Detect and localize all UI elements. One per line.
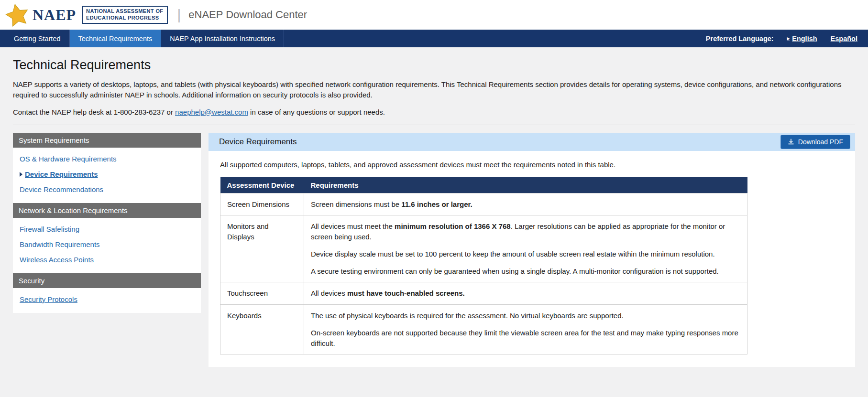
tab-getting-started[interactable]: Getting Started bbox=[5, 30, 70, 47]
sidebar-list: OS & Hardware Requirements Device Requir… bbox=[13, 148, 201, 203]
sidebar-item-os-hardware-requirements[interactable]: OS & Hardware Requirements bbox=[20, 155, 117, 163]
sidebar-section-security: Security Security Protocols bbox=[13, 273, 201, 313]
site-header: NAEP NATIONAL ASSESSMENT OF EDUCATIONAL … bbox=[0, 0, 868, 30]
table-intro-text: All supported computers, laptops, tablet… bbox=[220, 161, 844, 169]
sidebar-section-network-location: Network & Location Requirements Firewall… bbox=[13, 203, 201, 273]
list-item: Security Protocols bbox=[13, 292, 201, 307]
language-switcher: Preferred Language: ▸English Español bbox=[706, 30, 868, 47]
language-english-label: English bbox=[792, 35, 817, 43]
download-pdf-label: Download PDF bbox=[798, 138, 843, 146]
app-title: eNAEP Download Center bbox=[188, 9, 307, 21]
tab-technical-requirements[interactable]: Technical Requirements bbox=[70, 30, 162, 47]
list-item: Device Requirements bbox=[13, 167, 201, 182]
column-header-assessment-device: Assessment Device bbox=[220, 177, 304, 193]
contact-paragraph: Contact the NAEP help desk at 1-800-283-… bbox=[13, 108, 855, 116]
column-header-requirements: Requirements bbox=[304, 177, 747, 193]
table-header-row: Assessment Device Requirements bbox=[220, 177, 747, 193]
list-item: Wireless Access Points bbox=[13, 252, 201, 268]
naep-wordmark: NAEP bbox=[33, 6, 76, 24]
naep-logo-line2: EDUCATIONAL PROGRESS bbox=[86, 15, 163, 21]
table-row: Monitors and DisplaysAll devices must me… bbox=[220, 215, 747, 282]
two-column-layout: System Requirements OS & Hardware Requir… bbox=[13, 133, 855, 367]
page-title: Technical Requirements bbox=[13, 58, 855, 73]
download-pdf-button[interactable]: Download PDF bbox=[780, 135, 850, 149]
list-item: Bandwidth Requirements bbox=[13, 237, 201, 252]
panel-header: Device Requirements Download PDF bbox=[209, 133, 855, 151]
main-content: Technical Requirements NAEP supports a v… bbox=[0, 47, 868, 367]
assessment-device-cell: Keyboards bbox=[220, 305, 304, 354]
preferred-language-label: Preferred Language: bbox=[706, 35, 774, 43]
sidebar-item-bandwidth-requirements[interactable]: Bandwidth Requirements bbox=[20, 240, 100, 248]
requirements-cell: The use of physical keyboards is require… bbox=[304, 305, 747, 354]
sidebar: System Requirements OS & Hardware Requir… bbox=[13, 133, 201, 313]
enaep-download-center-page: NAEP NATIONAL ASSESSMENT OF EDUCATIONAL … bbox=[0, 0, 868, 397]
panel-body: All supported computers, laptops, tablet… bbox=[209, 151, 855, 367]
sidebar-item-device-requirements[interactable]: Device Requirements bbox=[25, 170, 98, 178]
naep-logo-text-box: NATIONAL ASSESSMENT OF EDUCATIONAL PROGR… bbox=[82, 6, 167, 24]
list-item: OS & Hardware Requirements bbox=[13, 151, 201, 167]
naep-logo: NAEP NATIONAL ASSESSMENT OF EDUCATIONAL … bbox=[6, 3, 168, 26]
assessment-device-cell: Screen Dimensions bbox=[220, 193, 304, 215]
list-item: Firewall Safelisting bbox=[13, 222, 201, 237]
sidebar-item-device-recommendations[interactable]: Device Recommendations bbox=[20, 185, 103, 193]
language-espanol-link[interactable]: Español bbox=[831, 35, 857, 43]
sidebar-list: Firewall Safelisting Bandwidth Requireme… bbox=[13, 218, 201, 273]
header-divider: | bbox=[177, 7, 181, 23]
sidebar-item-security-protocols[interactable]: Security Protocols bbox=[20, 295, 77, 303]
sidebar-item-firewall-safelisting[interactable]: Firewall Safelisting bbox=[20, 225, 79, 233]
contact-text-post: in case of any questions or support need… bbox=[248, 108, 385, 116]
sidebar-header-system-requirements: System Requirements bbox=[13, 133, 201, 148]
sidebar-section-system-requirements: System Requirements OS & Hardware Requir… bbox=[13, 133, 201, 203]
device-requirements-panel: Device Requirements Download PDF All sup… bbox=[209, 133, 855, 367]
requirements-cell: All devices must have touch-enabled scre… bbox=[304, 282, 747, 305]
requirements-cell: All devices must meet the minimum resolu… bbox=[304, 215, 747, 282]
contact-text-pre: Contact the NAEP help desk at 1-800-283-… bbox=[13, 108, 175, 116]
selected-language-caret-icon: ▸ bbox=[787, 35, 790, 42]
page-intro-paragraph: NAEP supports a variety of desktops, lap… bbox=[13, 79, 855, 100]
naep-star-icon bbox=[4, 1, 31, 29]
active-item-marker-icon bbox=[20, 172, 22, 177]
section-divider-rule bbox=[13, 125, 855, 125]
requirements-cell: Screen dimensions must be 11.6 inches or… bbox=[304, 193, 747, 215]
table-row: TouchscreenAll devices must have touch-e… bbox=[220, 282, 747, 305]
sidebar-header-security: Security bbox=[13, 273, 201, 288]
assessment-device-cell: Monitors and Displays bbox=[220, 215, 304, 282]
assessment-device-cell: Touchscreen bbox=[220, 282, 304, 305]
table-row: KeyboardsThe use of physical keyboards i… bbox=[220, 305, 747, 354]
list-item: Device Recommendations bbox=[13, 182, 201, 197]
naep-logo-line1: NATIONAL ASSESSMENT OF bbox=[86, 8, 163, 15]
tab-naep-app-installation-instructions[interactable]: NAEP App Installation Instructions bbox=[161, 30, 284, 47]
requirements-table-body: Screen DimensionsScreen dimensions must … bbox=[220, 193, 747, 354]
requirements-table: Assessment Device Requirements Screen Di… bbox=[220, 177, 747, 355]
download-icon bbox=[788, 139, 794, 145]
nav-tabs: Getting Started Technical Requirements N… bbox=[5, 30, 284, 47]
sidebar-item-wireless-access-points[interactable]: Wireless Access Points bbox=[20, 256, 94, 264]
panel-title: Device Requirements bbox=[219, 137, 297, 147]
sidebar-list: Security Protocols bbox=[13, 288, 201, 313]
table-row: Screen DimensionsScreen dimensions must … bbox=[220, 193, 747, 215]
help-email-link[interactable]: naephelp@westat.com bbox=[175, 108, 248, 116]
sidebar-header-network-location: Network & Location Requirements bbox=[13, 203, 201, 218]
top-nav: Getting Started Technical Requirements N… bbox=[0, 30, 868, 47]
language-english-link[interactable]: ▸English bbox=[787, 35, 817, 43]
